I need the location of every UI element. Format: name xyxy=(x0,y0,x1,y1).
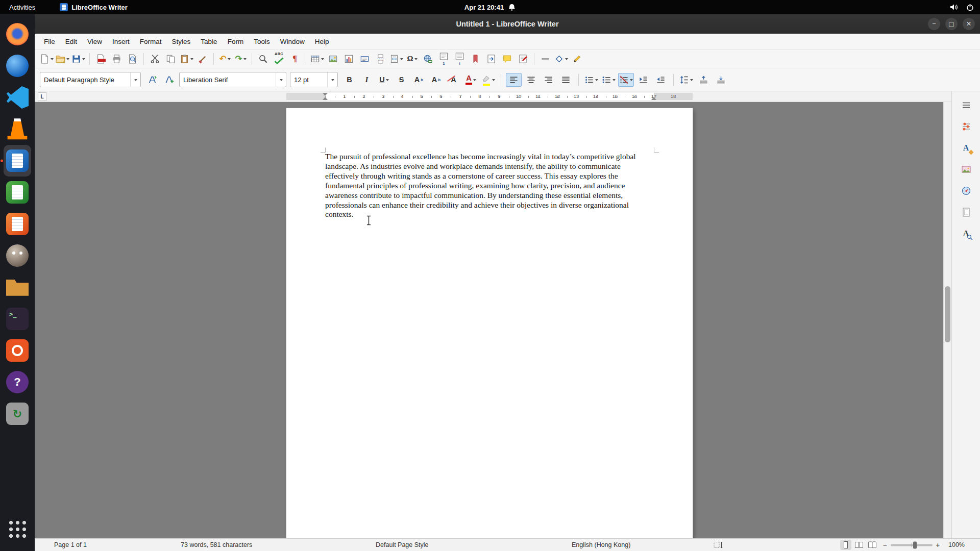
selection-mode-status[interactable] xyxy=(714,541,723,549)
insert-special-character-button[interactable]: Ω xyxy=(404,52,420,66)
numbered-list-button[interactable] xyxy=(601,73,617,87)
word-count-status[interactable]: 73 words, 581 characters xyxy=(181,541,252,548)
basic-shapes-button[interactable] xyxy=(553,52,569,66)
dropdown-arrow-icon[interactable] xyxy=(414,58,418,62)
undo-button[interactable]: ↶ xyxy=(217,52,233,66)
language-status[interactable]: English (Hong Kong) xyxy=(572,541,630,548)
menu-format[interactable]: Format xyxy=(135,35,167,48)
dock-ubuntu-software[interactable] xyxy=(4,335,31,366)
dock-vlc[interactable] xyxy=(4,113,31,145)
superscript-button[interactable]: Ab xyxy=(411,73,427,87)
insert-endnote-button[interactable]: i xyxy=(452,52,468,66)
dropdown-arrow-icon[interactable] xyxy=(473,79,476,83)
titlebar[interactable]: Untitled 1 - LibreOffice Writer − ▢ ✕ xyxy=(35,14,980,34)
no-list-button[interactable] xyxy=(618,73,634,87)
dropdown-arrow-icon[interactable] xyxy=(630,79,633,83)
dropdown-arrow-icon[interactable] xyxy=(612,79,616,83)
font-size-input[interactable] xyxy=(290,76,327,84)
sidebar-tab-page[interactable] xyxy=(958,204,975,221)
single-page-view-button[interactable] xyxy=(840,540,851,550)
find-replace-button[interactable] xyxy=(255,52,271,66)
dropdown-arrow-icon[interactable] xyxy=(228,58,231,62)
align-center-button[interactable] xyxy=(523,73,539,87)
print-preview-button[interactable] xyxy=(125,52,140,66)
cut-button[interactable] xyxy=(147,52,163,66)
sidebar-tab-gallery[interactable] xyxy=(958,161,975,178)
left-indent-marker[interactable] xyxy=(323,97,328,100)
page-style-status[interactable]: Default Page Style xyxy=(376,541,429,548)
strikethrough-button[interactable]: S xyxy=(394,73,409,87)
dropdown-arrow-icon[interactable] xyxy=(243,58,247,62)
font-size-combo[interactable] xyxy=(290,72,338,87)
minimize-button[interactable]: − xyxy=(928,18,940,30)
show-applications-button[interactable] xyxy=(4,513,31,545)
italic-button[interactable]: I xyxy=(359,73,375,87)
spelling-button[interactable]: ABC xyxy=(271,52,287,66)
sidebar-tab-properties[interactable] xyxy=(958,118,975,135)
open-button[interactable] xyxy=(55,52,70,66)
bullet-list-button[interactable] xyxy=(583,73,599,87)
redo-button[interactable]: ↷ xyxy=(233,52,249,66)
dropdown-arrow-icon[interactable] xyxy=(565,58,568,62)
justify-button[interactable] xyxy=(558,73,574,87)
tab-stop-type-selector[interactable]: L xyxy=(38,92,46,101)
paragraph-text[interactable]: The pursuit of professional excellence h… xyxy=(325,152,654,219)
multi-page-view-button[interactable] xyxy=(853,540,865,550)
dock-thunderbird[interactable] xyxy=(4,50,31,82)
new-document-button[interactable] xyxy=(39,52,55,66)
dropdown-arrow-icon[interactable] xyxy=(386,79,389,83)
menu-form[interactable]: Form xyxy=(223,35,249,48)
zoom-out-button[interactable]: − xyxy=(883,541,887,549)
update-style-button[interactable] xyxy=(144,73,160,87)
zoom-level-status[interactable]: 100% xyxy=(948,541,965,548)
focused-app-menu[interactable]: LibreOffice Writer xyxy=(60,3,128,11)
sidebar-tab-style-inspector[interactable]: A xyxy=(958,225,975,242)
dock-gimp[interactable] xyxy=(4,240,31,271)
dropdown-arrow-icon[interactable] xyxy=(400,58,403,62)
insert-bookmark-button[interactable] xyxy=(468,52,483,66)
dropdown-arrow-icon[interactable] xyxy=(492,79,495,83)
zoom-slider[interactable]: − + xyxy=(883,541,940,549)
right-indent-marker[interactable] xyxy=(651,97,656,100)
print-button[interactable] xyxy=(109,52,125,66)
dropdown-arrow-icon[interactable] xyxy=(595,79,598,83)
increase-indent-button[interactable] xyxy=(635,73,651,87)
dock-libreoffice-impress[interactable] xyxy=(4,208,31,240)
dock-help[interactable]: ? xyxy=(4,366,31,398)
font-size-dropdown[interactable] xyxy=(327,72,337,87)
first-line-indent-marker[interactable] xyxy=(323,93,328,96)
font-name-input[interactable] xyxy=(180,76,276,84)
highlight-color-button[interactable] xyxy=(480,73,496,87)
paragraph-style-input[interactable] xyxy=(40,76,130,84)
page-number-status[interactable]: Page 1 of 1 xyxy=(54,541,87,548)
paragraph-style-dropdown[interactable] xyxy=(130,72,140,87)
clock-menu[interactable]: Apr 21 20:41 xyxy=(464,4,516,11)
underline-button[interactable]: U xyxy=(376,73,392,87)
dock-libreoffice-calc[interactable] xyxy=(4,177,31,208)
menu-styles[interactable]: Styles xyxy=(167,35,196,48)
insert-hyperlink-button[interactable] xyxy=(420,52,436,66)
maximize-button[interactable]: ▢ xyxy=(945,18,958,30)
dropdown-arrow-icon[interactable] xyxy=(690,79,693,83)
subscript-button[interactable]: Ab xyxy=(428,73,444,87)
align-left-button[interactable] xyxy=(506,73,522,87)
dock-terminal[interactable]: >_ xyxy=(4,303,31,335)
track-changes-button[interactable] xyxy=(515,52,531,66)
activities-button[interactable]: Activities xyxy=(0,0,44,14)
font-color-button[interactable]: A xyxy=(463,73,479,87)
menu-table[interactable]: Table xyxy=(195,35,222,48)
menu-help[interactable]: Help xyxy=(310,35,334,48)
page[interactable]: The pursuit of professional excellence h… xyxy=(286,108,693,538)
copy-button[interactable] xyxy=(163,52,179,66)
dock-vscode[interactable] xyxy=(4,82,31,113)
horizontal-ruler[interactable]: L 1 2 3 4 5 6 7 8 9 10 11 12 13 xyxy=(35,91,951,102)
dropdown-arrow-icon[interactable] xyxy=(321,58,324,62)
insert-image-button[interactable] xyxy=(325,52,341,66)
scrollbar-thumb[interactable] xyxy=(945,286,950,342)
formatting-marks-button[interactable]: ¶ xyxy=(287,52,303,66)
insert-comment-button[interactable] xyxy=(499,52,515,66)
decrease-indent-button[interactable] xyxy=(653,73,669,87)
dock-files[interactable] xyxy=(4,271,31,303)
font-name-combo[interactable] xyxy=(179,72,286,87)
new-style-button[interactable] xyxy=(162,73,178,87)
